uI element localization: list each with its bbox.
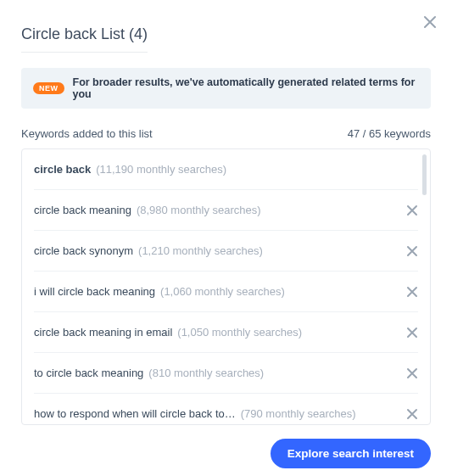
keyword-row: circle back synonym(1,210 monthly search… — [34, 231, 418, 272]
keyword-term: to circle back meaning — [34, 367, 143, 379]
keyword-meta: (11,190 monthly searches) — [96, 163, 226, 176]
modal-footer: Explore search interest — [21, 439, 431, 468]
keyword-term: circle back meaning — [34, 204, 131, 216]
remove-keyword-icon[interactable] — [406, 245, 418, 257]
keyword-row: circle back meaning in email(1,050 month… — [34, 312, 418, 353]
subhead-right: 47 / 65 keywords — [348, 127, 431, 140]
banner-text: For broader results, we've automatically… — [73, 76, 420, 100]
keyword-wrap: how to respond when will circle back to…… — [34, 407, 356, 420]
list-subheader: Keywords added to this list 47 / 65 keyw… — [21, 127, 431, 140]
scrollbar[interactable] — [422, 154, 427, 195]
keyword-row: circle back meaning(8,980 monthly search… — [34, 190, 418, 231]
keyword-wrap: to circle back meaning(810 monthly searc… — [34, 367, 264, 379]
keyword-listbox: circle back(11,190 monthly searches)circ… — [21, 148, 431, 425]
remove-keyword-icon[interactable] — [406, 204, 418, 216]
keyword-term: how to respond when will circle back to… — [34, 407, 236, 420]
remove-keyword-icon[interactable] — [406, 408, 418, 420]
keyword-meta: (790 monthly searches) — [241, 407, 356, 420]
page-title: Circle back List (4) — [21, 25, 148, 53]
keyword-wrap: circle back meaning in email(1,050 month… — [34, 326, 302, 339]
remove-keyword-icon[interactable] — [406, 367, 418, 379]
close-icon[interactable] — [423, 15, 437, 29]
keyword-row: to circle back meaning(810 monthly searc… — [34, 353, 418, 394]
info-banner: NEW For broader results, we've automatic… — [21, 68, 431, 109]
remove-keyword-icon[interactable] — [406, 286, 418, 298]
keyword-wrap: circle back synonym(1,210 monthly search… — [34, 244, 263, 257]
keyword-wrap: circle back(11,190 monthly searches) — [34, 163, 226, 176]
keyword-meta: (1,210 monthly searches) — [138, 244, 263, 257]
remove-keyword-icon[interactable] — [406, 327, 418, 339]
keyword-term: i will circle back meaning — [34, 285, 155, 298]
modal-container: Circle back List (4) NEW For broader res… — [0, 0, 452, 476]
keyword-meta: (1,050 monthly searches) — [177, 326, 302, 339]
keyword-term: circle back — [34, 163, 91, 176]
new-badge: NEW — [33, 82, 64, 94]
keyword-meta: (1,060 monthly searches) — [160, 285, 285, 298]
keyword-meta: (8,980 monthly searches) — [137, 204, 261, 216]
keyword-row: i will circle back meaning(1,060 monthly… — [34, 272, 418, 312]
keyword-wrap: i will circle back meaning(1,060 monthly… — [34, 285, 285, 298]
explore-button[interactable]: Explore search interest — [271, 439, 431, 468]
keyword-meta: (810 monthly searches) — [148, 367, 264, 379]
keyword-term: circle back meaning in email — [34, 326, 172, 339]
keyword-wrap: circle back meaning(8,980 monthly search… — [34, 204, 261, 216]
keyword-row: how to respond when will circle back to…… — [34, 394, 418, 425]
keyword-row: circle back(11,190 monthly searches) — [34, 149, 418, 190]
keyword-term: circle back synonym — [34, 244, 133, 257]
subhead-left: Keywords added to this list — [21, 127, 153, 140]
